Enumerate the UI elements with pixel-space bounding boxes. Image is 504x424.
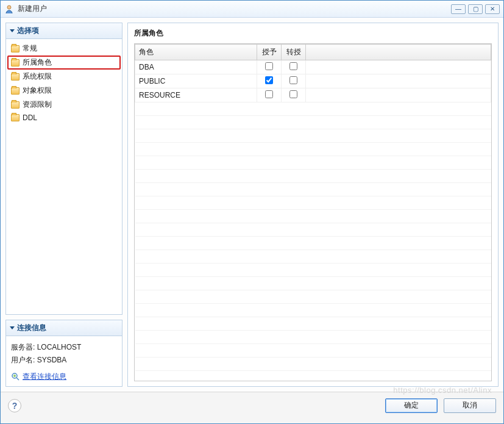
admin-cell <box>282 74 306 88</box>
empty-row <box>135 237 491 250</box>
svg-line-2 <box>16 378 19 380</box>
connection-panel: 连接信息 服务器: LOCALHOST 用户名: SYSDBA 查看连接信息 <box>5 320 122 387</box>
empty-row <box>135 344 491 358</box>
collapse-icon <box>10 29 15 32</box>
role-cell: DBA <box>135 60 257 74</box>
svg-point-0 <box>7 5 11 9</box>
folder-icon <box>11 87 20 95</box>
main-content: 所属角色 角色 授予 转授 DBAPUBLICRESOURCE <box>127 23 499 387</box>
col-role[interactable]: 角色 <box>135 45 257 60</box>
role-cell: PUBLIC <box>135 74 257 88</box>
filler-cell <box>306 88 491 102</box>
empty-row <box>135 183 491 196</box>
sidebar-item-general[interactable]: 常规 <box>7 41 121 56</box>
table-row[interactable]: DBA <box>135 60 491 74</box>
sidebar-item-label: 系统权限 <box>23 71 52 82</box>
footer: ? 确定 取消 <box>1 392 503 419</box>
window-controls: — ▢ ✕ <box>451 4 500 14</box>
sidebar-item-label: 常规 <box>23 43 37 54</box>
grant-checkbox[interactable] <box>265 90 273 98</box>
window-body: 选择项 常规 所属角色 系统权限 对象权限 资源限制 DDL 连接信息 服务器:… <box>1 18 503 392</box>
empty-row <box>135 277 491 290</box>
empty-row <box>135 156 491 170</box>
close-button[interactable]: ✕ <box>485 4 500 14</box>
sidebar-item-res-limit[interactable]: 资源限制 <box>7 98 121 112</box>
sidebar-item-roles[interactable]: 所属角色 <box>7 56 121 70</box>
view-connection-link[interactable]: 查看连接信息 <box>11 372 66 382</box>
folder-icon <box>11 59 20 66</box>
window-title: 新建用户 <box>18 4 451 14</box>
server-line: 服务器: LOCALHOST <box>11 342 117 353</box>
admin-cell <box>282 88 306 102</box>
filler-cell <box>306 74 491 88</box>
footer-buttons: 确定 取消 <box>385 398 496 413</box>
grant-checkbox[interactable] <box>265 62 273 70</box>
col-filler <box>306 45 491 60</box>
collapse-icon <box>10 326 15 329</box>
col-grant[interactable]: 授予 <box>257 45 282 60</box>
empty-row <box>135 116 491 129</box>
empty-row <box>135 371 491 382</box>
folder-icon <box>11 114 20 121</box>
minimize-button[interactable]: — <box>451 4 466 14</box>
empty-row <box>135 223 491 237</box>
svg-point-3 <box>13 375 16 377</box>
options-header-label: 选择项 <box>17 26 39 36</box>
titlebar: 新建用户 — ▢ ✕ <box>1 1 503 18</box>
table-row[interactable]: RESOURCE <box>135 88 491 102</box>
admin-cell <box>282 60 306 74</box>
cancel-button[interactable]: 取消 <box>444 398 496 413</box>
admin-checkbox[interactable] <box>289 90 297 98</box>
grant-checkbox[interactable] <box>265 76 273 84</box>
grant-cell <box>257 74 282 88</box>
options-header[interactable]: 选择项 <box>6 23 122 39</box>
sidebar-item-sys-priv[interactable]: 系统权限 <box>7 70 121 84</box>
magnifier-icon <box>11 372 20 381</box>
options-list: 常规 所属角色 系统权限 对象权限 资源限制 DDL <box>6 39 122 126</box>
ok-button[interactable]: 确定 <box>385 398 438 413</box>
empty-row <box>135 143 491 156</box>
admin-checkbox[interactable] <box>289 62 297 70</box>
folder-icon <box>11 45 20 52</box>
sidebar-item-label: DDL <box>23 113 37 122</box>
empty-row <box>135 264 491 277</box>
sidebar-item-label: 资源限制 <box>23 99 52 110</box>
empty-row <box>135 170 491 183</box>
sidebar-item-ddl[interactable]: DDL <box>7 112 121 124</box>
maximize-button[interactable]: ▢ <box>468 4 483 14</box>
admin-checkbox[interactable] <box>289 76 297 84</box>
user-line: 用户名: SYSDBA <box>11 355 117 365</box>
empty-row <box>135 250 491 264</box>
roles-table-wrap: 角色 授予 转授 DBAPUBLICRESOURCE <box>134 43 492 381</box>
roles-table: 角色 授予 转授 DBAPUBLICRESOURCE <box>135 44 491 381</box>
table-row[interactable]: PUBLIC <box>135 74 491 88</box>
connection-header[interactable]: 连接信息 <box>6 320 122 336</box>
empty-row <box>135 290 491 304</box>
folder-icon <box>11 73 20 81</box>
empty-row <box>135 331 491 344</box>
role-cell: RESOURCE <box>135 88 257 102</box>
empty-row <box>135 196 491 210</box>
filler-cell <box>306 60 491 74</box>
connection-body: 服务器: LOCALHOST 用户名: SYSDBA 查看连接信息 <box>6 336 122 387</box>
empty-row <box>135 129 491 143</box>
empty-row <box>135 358 491 371</box>
folder-icon <box>11 101 20 109</box>
grant-cell <box>257 60 282 74</box>
col-admin[interactable]: 转授 <box>282 45 306 60</box>
sidebar: 选择项 常规 所属角色 系统权限 对象权限 资源限制 DDL 连接信息 服务器:… <box>5 23 122 387</box>
grant-cell <box>257 88 282 102</box>
empty-row <box>135 102 491 116</box>
page-title: 所属角色 <box>134 28 492 38</box>
connection-header-label: 连接信息 <box>17 323 46 333</box>
options-panel: 选择项 常规 所属角色 系统权限 对象权限 资源限制 DDL <box>5 23 122 315</box>
empty-row <box>135 317 491 331</box>
empty-row <box>135 210 491 223</box>
sidebar-item-label: 对象权限 <box>23 85 52 96</box>
empty-row <box>135 304 491 317</box>
view-connection-label: 查看连接信息 <box>23 372 66 382</box>
user-icon <box>4 4 14 14</box>
help-button[interactable]: ? <box>8 399 21 412</box>
sidebar-item-obj-priv[interactable]: 对象权限 <box>7 84 121 98</box>
sidebar-item-label: 所属角色 <box>23 57 52 68</box>
